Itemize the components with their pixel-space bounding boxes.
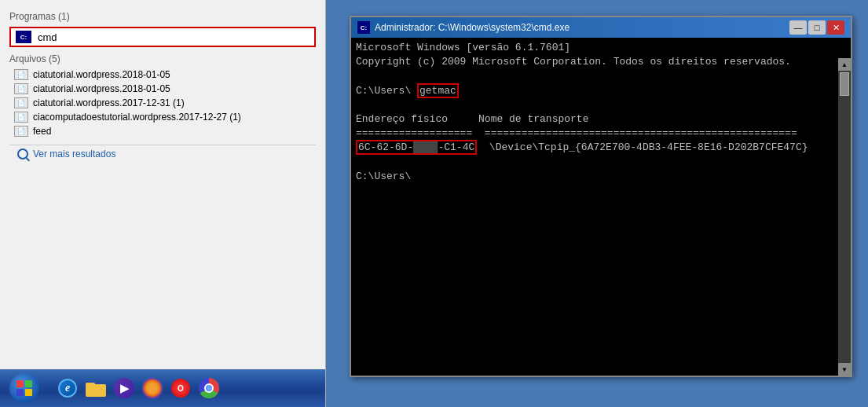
cmd-line-3 [356, 69, 835, 83]
svg-rect-0 [16, 380, 24, 387]
more-results-label: Ver mais resultados [33, 148, 115, 160]
svg-rect-1 [25, 380, 32, 387]
folder-icon [86, 380, 106, 397]
scrollbar-down-button[interactable]: ▼ [838, 363, 851, 376]
file-item-3[interactable]: 📄 ciatutorial.wordpress.2017-12-31 (1) [9, 96, 316, 110]
cmd-line-7: =================== ====================… [356, 126, 835, 141]
ie-browser-icon [58, 379, 77, 398]
getmac-highlight: getmac [417, 83, 459, 98]
taskbar-icon-media[interactable]: ▶ [112, 376, 137, 401]
start-orb[interactable] [9, 373, 39, 403]
file-icon-2: 📄 [14, 83, 28, 94]
file-item-1[interactable]: 📄 ciatutorial.wordpress.2018-01-05 [9, 68, 316, 82]
cmd-title-text: Administrador: C:\Windows\system32\cmd.e… [375, 22, 570, 33]
file-item-3-label: ciatutorial.wordpress.2017-12-31 (1) [33, 97, 185, 108]
file-icon-3: 📄 [14, 97, 28, 108]
file-item-2[interactable]: 📄 ciatutorial.wordpress.2018-01-05 [9, 82, 316, 96]
taskbar-icon-firefox[interactable] [140, 376, 165, 401]
file-item-2-label: ciatutorial.wordpress.2018-01-05 [33, 83, 170, 94]
more-results-link[interactable]: Ver mais resultados [9, 145, 316, 163]
start-menu: Programas (1) C: cmd Arquivos (5) 📄 ciat… [0, 0, 326, 407]
cmd-line-2: Copyright (c) 2009 Microsoft Corporation… [356, 55, 835, 69]
taskbar-icon-ie[interactable] [55, 376, 80, 401]
program-item-cmd[interactable]: C: cmd [9, 27, 316, 47]
file-item-4[interactable]: 📄 ciacomputadoestutorial.wordpress.2017-… [9, 110, 316, 124]
file-item-5[interactable]: 📄 feed [9, 124, 316, 138]
scrollbar-thumb[interactable] [840, 72, 849, 96]
file-item-4-label: ciacomputadoestutorial.wordpress.2017-12… [33, 112, 241, 123]
cmd-icon: C: [16, 31, 31, 43]
files-header: Arquivos (5) [9, 53, 316, 64]
chrome-icon [199, 378, 219, 398]
taskbar-icon-folder[interactable] [83, 376, 108, 401]
cmd-maximize-button[interactable]: □ [808, 20, 826, 35]
cmd-content: Microsoft Windows [versão 6.1.7601] Copy… [351, 38, 851, 376]
cmd-title-icon: C: [357, 21, 370, 34]
cmd-window: C: Administrador: C:\Windows\system32\cm… [350, 16, 852, 377]
firefox-icon [142, 378, 163, 398]
scrollbar-up-button[interactable]: ▲ [838, 58, 851, 71]
more-results-search-icon [17, 148, 28, 160]
opera-icon: O [171, 379, 190, 398]
cmd-scrollbar[interactable]: ▲ ▼ [838, 58, 851, 376]
file-item-5-label: feed [33, 126, 51, 137]
mac-address-highlight: 6C-62-6D-████-C1-4C [356, 140, 477, 155]
cmd-controls: — □ ✕ [789, 20, 844, 35]
svg-rect-2 [16, 389, 24, 396]
start-button[interactable] [0, 369, 49, 407]
taskbar-icons: ▶ O [49, 376, 228, 401]
cmd-minimize-button[interactable]: — [789, 20, 807, 35]
scrollbar-track [838, 71, 851, 363]
cmd-line-10: C:\Users\ [356, 170, 835, 184]
file-icon-4: 📄 [14, 112, 28, 123]
cmd-line-5 [356, 98, 835, 112]
taskbar-icon-chrome[interactable] [196, 376, 222, 401]
cmd-line-4: C:\Users\ getmac [356, 84, 835, 98]
file-icon-1: 📄 [14, 69, 28, 80]
cmd-close-button[interactable]: ✕ [827, 20, 844, 35]
cmd-line-9 [356, 156, 835, 170]
cmd-line-1: Microsoft Windows [versão 6.1.7601] [356, 41, 835, 55]
cmd-titlebar: C: Administrador: C:\Windows\system32\cm… [351, 17, 851, 38]
cmd-line-6: Endereço físico Nome de transporte [356, 112, 835, 126]
taskbar-icon-opera[interactable]: O [168, 376, 193, 401]
media-player-icon: ▶ [114, 378, 134, 398]
programs-header: Programas (1) [9, 11, 316, 22]
taskbar: ▶ O [0, 369, 325, 407]
file-item-1-label: ciatutorial.wordpress.2018-01-05 [33, 69, 170, 80]
cmd-line-8: 6C-62-6D-████-C1-4C \Device\Tcpip_{6A72E… [356, 141, 835, 155]
file-icon-5: 📄 [14, 126, 28, 137]
svg-rect-3 [25, 389, 32, 396]
cmd-title-left: C: Administrador: C:\Windows\system32\cm… [357, 21, 570, 34]
start-menu-content: Programas (1) C: cmd Arquivos (5) 📄 ciat… [0, 0, 325, 374]
program-item-cmd-label: cmd [38, 31, 57, 43]
